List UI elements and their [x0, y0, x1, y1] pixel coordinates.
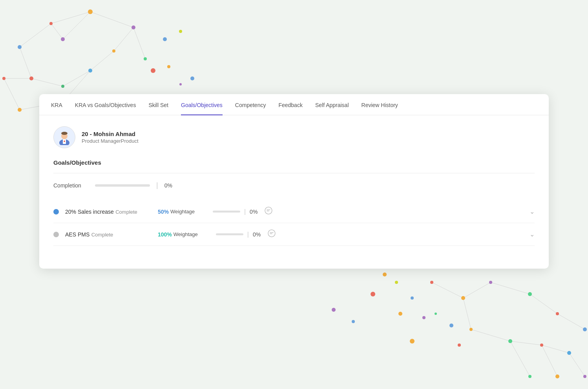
goal-name-area-2: AES PMS Complete — [65, 231, 152, 238]
svg-point-31 — [167, 65, 170, 68]
svg-line-8 — [114, 27, 133, 51]
svg-point-69 — [332, 308, 336, 312]
svg-line-6 — [63, 71, 90, 86]
avatar — [53, 126, 75, 148]
svg-point-56 — [583, 375, 586, 378]
goal-weightage-1: 50% Weightage — [158, 209, 195, 215]
svg-point-51 — [583, 327, 587, 331]
svg-point-53 — [508, 339, 512, 343]
goal-weightage-label-2: Weightage — [173, 231, 198, 237]
goal-name-2: AES PMS — [65, 231, 89, 238]
svg-point-55 — [567, 351, 571, 355]
goal-weightage-2: 100% Weightage — [158, 231, 198, 238]
tab-skill-set[interactable]: Skill Set — [148, 94, 168, 115]
tab-feedback[interactable]: Feedback — [278, 94, 302, 115]
goal-pct-divider-2: | — [247, 231, 249, 238]
svg-point-20 — [29, 76, 33, 80]
svg-point-48 — [489, 281, 492, 284]
svg-point-25 — [2, 77, 5, 80]
svg-line-4 — [20, 47, 31, 78]
goal-row-1: 20% Sales increase Complete 50% Weightag… — [53, 200, 535, 223]
svg-line-1 — [51, 12, 90, 24]
svg-point-18 — [131, 25, 135, 29]
svg-point-17 — [88, 9, 93, 14]
svg-point-21 — [61, 85, 64, 88]
chevron-down-icon-2[interactable]: ⌄ — [523, 231, 535, 238]
user-role: Product ManagerProduct — [82, 138, 139, 144]
svg-point-28 — [163, 37, 167, 41]
goal-dot-1 — [53, 209, 59, 214]
svg-point-46 — [430, 281, 433, 284]
goal-pct-1: 0% — [250, 209, 257, 215]
svg-point-63 — [398, 312, 402, 316]
tab-goals-objectives[interactable]: Goals/Objectives — [181, 94, 223, 115]
svg-point-70 — [352, 320, 355, 323]
svg-line-40 — [471, 329, 510, 341]
goal-status-2: Complete — [91, 232, 113, 238]
svg-line-0 — [20, 24, 51, 47]
user-header: 20 - Mohsin Ahmad Product ManagerProduct — [53, 126, 535, 148]
goal-weightage-pct-1: 50% — [158, 209, 169, 215]
svg-point-23 — [112, 49, 115, 53]
goal-progress-bar-2 — [216, 233, 243, 235]
goal-name-1: 20% Sales increase — [65, 209, 114, 215]
svg-line-5 — [31, 78, 63, 86]
svg-point-54 — [540, 344, 543, 347]
svg-line-45 — [510, 341, 530, 376]
svg-line-34 — [432, 282, 463, 298]
goal-row-2: AES PMS Complete 100% Weightage | 0% — [53, 223, 535, 246]
svg-point-16 — [49, 22, 53, 25]
goal-progress-section-1: | 0% — [213, 207, 272, 216]
svg-point-19 — [144, 57, 147, 60]
svg-point-58 — [528, 375, 531, 378]
completion-label: Completion — [53, 182, 89, 189]
svg-point-65 — [435, 313, 437, 315]
user-info: 20 - Mohsin Ahmad Product ManagerProduct — [82, 131, 139, 144]
tab-competency[interactable]: Competency — [235, 94, 266, 115]
svg-point-49 — [528, 292, 532, 296]
svg-point-59 — [383, 273, 387, 276]
svg-point-68 — [410, 339, 415, 344]
svg-point-67 — [458, 344, 461, 347]
goal-name-area-1: 20% Sales increase Complete — [65, 208, 152, 215]
svg-point-32 — [190, 76, 194, 80]
svg-line-35 — [463, 282, 491, 298]
tab-kra-goals[interactable]: KRA vs Goals/Objectives — [75, 94, 136, 115]
svg-line-9 — [51, 24, 63, 39]
svg-line-41 — [510, 341, 542, 345]
svg-point-33 — [179, 83, 182, 85]
goal-progress-bar-1 — [213, 211, 240, 213]
svg-line-38 — [557, 314, 585, 329]
tab-kra[interactable]: KRA — [51, 94, 62, 115]
completion-separator: | — [156, 181, 158, 189]
goal-status-1: Complete — [115, 209, 137, 215]
svg-point-50 — [556, 312, 559, 315]
svg-point-22 — [88, 69, 92, 73]
svg-point-60 — [395, 281, 398, 284]
svg-point-30 — [151, 68, 155, 73]
svg-point-77 — [268, 230, 275, 237]
completion-progress-bar — [95, 184, 150, 187]
svg-line-2 — [90, 12, 133, 27]
comment-icon-1[interactable] — [265, 207, 272, 216]
comment-icon-2[interactable] — [268, 229, 276, 239]
svg-point-62 — [411, 296, 414, 300]
completion-row: Completion | 0% — [53, 181, 535, 189]
tab-review-history[interactable]: Review History — [362, 94, 398, 115]
svg-line-39 — [463, 298, 471, 329]
svg-line-12 — [4, 78, 20, 110]
svg-point-26 — [18, 108, 22, 112]
svg-point-64 — [422, 316, 425, 319]
chevron-down-icon-1[interactable]: ⌄ — [523, 208, 535, 215]
tab-self-appraisal[interactable]: Self Appraisal — [315, 94, 349, 115]
content-area: 20 - Mohsin Ahmad Product ManagerProduct… — [39, 115, 549, 257]
svg-point-57 — [555, 374, 559, 378]
svg-point-66 — [449, 324, 453, 327]
goal-pct-2: 0% — [253, 231, 261, 238]
goal-pct-divider-1: | — [244, 208, 246, 215]
user-name: 20 - Mohsin Ahmad — [82, 131, 139, 137]
svg-line-3 — [133, 27, 145, 59]
tabs-bar: KRA KRA vs Goals/Objectives Skill Set Go… — [39, 94, 549, 115]
svg-point-52 — [469, 328, 473, 331]
goal-progress-section-2: | 0% — [216, 229, 276, 239]
